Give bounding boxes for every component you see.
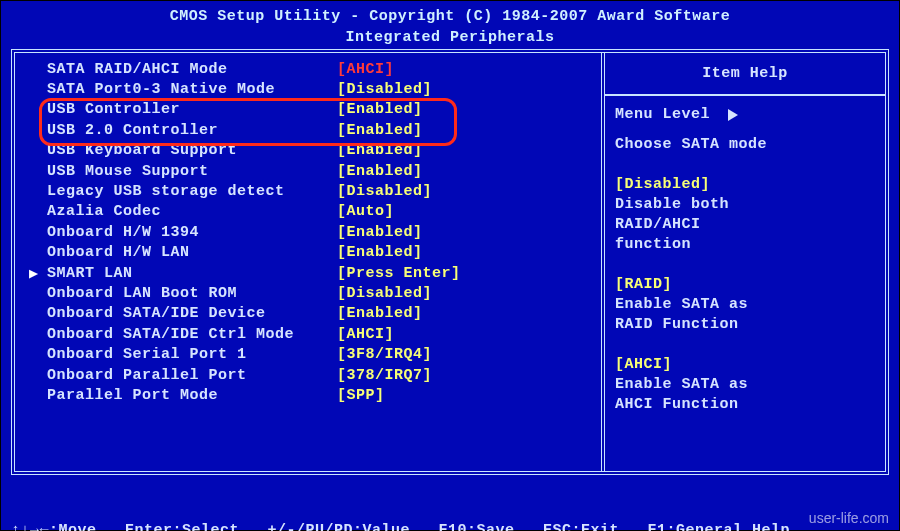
setting-value[interactable]: [AHCI] [337,326,394,343]
setting-value-text: Press Enter [347,265,452,282]
bracket-open: [ [337,122,347,139]
setting-value[interactable]: [Enabled] [337,122,423,139]
setting-row[interactable]: Legacy USB storage detect[Disabled] [29,181,601,201]
setting-label: Onboard LAN Boot ROM [47,285,337,302]
setting-row[interactable]: Onboard SATA/IDE Ctrl Mode[AHCI] [29,324,601,344]
bios-screen: CMOS Setup Utility - Copyright (C) 1984-… [0,0,900,531]
setting-value-text: AHCI [347,61,385,78]
submenu-arrow-icon [29,346,47,363]
setting-label: Onboard SATA/IDE Device [47,305,337,322]
bracket-close: ] [413,142,423,159]
submenu-arrow-icon [29,387,47,404]
setting-value[interactable]: [SPP] [337,387,385,404]
setting-row[interactable]: Parallel Port Mode[SPP] [29,385,601,405]
submenu-arrow-icon [29,244,47,261]
setting-row[interactable]: Azalia Codec[Auto] [29,202,601,222]
setting-value-text: Disabled [347,183,423,200]
setting-value[interactable]: [Disabled] [337,81,432,98]
triangle-right-icon [728,109,738,121]
main-box: SATA RAID/AHCI Mode[AHCI] SATA Port0-3 N… [11,49,889,475]
bracket-close: ] [413,122,423,139]
bracket-open: [ [337,305,347,322]
setting-row[interactable]: SATA RAID/AHCI Mode[AHCI] [29,59,601,79]
submenu-arrow-icon [29,203,47,220]
bracket-open: [ [337,163,347,180]
setting-row[interactable]: Onboard Serial Port 1[3F8/IRQ4] [29,344,601,364]
setting-value[interactable]: [Disabled] [337,285,432,302]
setting-value[interactable]: [Press Enter] [337,265,461,282]
setting-row[interactable]: USB 2.0 Controller[Enabled] [29,120,601,140]
submenu-arrow-icon [29,122,47,139]
help-opt3-l2: AHCI Function [615,395,875,415]
bracket-close: ] [385,203,395,220]
help-choose: Choose SATA mode [615,135,875,155]
bracket-open: [ [337,61,347,78]
bracket-close: ] [451,265,461,282]
setting-row[interactable]: ▶SMART LAN[Press Enter] [29,263,601,283]
setting-row[interactable]: Onboard SATA/IDE Device[Enabled] [29,304,601,324]
setting-label: SATA RAID/AHCI Mode [47,61,337,78]
setting-value[interactable]: [AHCI] [337,61,394,78]
setting-value-text: Enabled [347,122,414,139]
setting-value[interactable]: [Enabled] [337,101,423,118]
header-line-2: Integrated Peripherals [11,28,889,47]
bracket-close: ] [423,183,433,200]
setting-label: USB Mouse Support [47,163,337,180]
bracket-close: ] [413,224,423,241]
setting-value[interactable]: [378/IRQ7] [337,367,432,384]
bracket-close: ] [423,346,433,363]
bracket-open: [ [337,203,347,220]
bracket-open: [ [337,142,347,159]
submenu-arrow-icon: ▶ [29,264,47,283]
bracket-close: ] [413,163,423,180]
setting-value-text: Enabled [347,163,414,180]
submenu-arrow-icon [29,326,47,343]
setting-row[interactable]: Onboard H/W LAN[Enabled] [29,243,601,263]
submenu-arrow-icon [29,61,47,78]
submenu-arrow-icon [29,305,47,322]
setting-value[interactable]: [Enabled] [337,224,423,241]
setting-value-text: 378/IRQ7 [347,367,423,384]
setting-value[interactable]: [3F8/IRQ4] [337,346,432,363]
help-title: Item Help [615,59,875,90]
setting-row[interactable]: Onboard Parallel Port[378/IRQ7] [29,365,601,385]
bracket-open: [ [337,224,347,241]
bracket-open: [ [337,326,347,343]
bracket-open: [ [337,265,347,282]
setting-label: SATA Port0-3 Native Mode [47,81,337,98]
setting-value-text: Enabled [347,244,414,261]
settings-panel: SATA RAID/AHCI Mode[AHCI] SATA Port0-3 N… [15,53,605,471]
setting-label: Onboard Serial Port 1 [47,346,337,363]
setting-value[interactable]: [Disabled] [337,183,432,200]
setting-row[interactable]: Onboard LAN Boot ROM[Disabled] [29,283,601,303]
watermark: user-life.com [809,510,889,526]
setting-row[interactable]: USB Controller[Enabled] [29,100,601,120]
setting-row[interactable]: SATA Port0-3 Native Mode[Disabled] [29,79,601,99]
setting-label: Onboard H/W LAN [47,244,337,261]
help-opt1-head: [Disabled] [615,175,875,195]
setting-label: Azalia Codec [47,203,337,220]
setting-value[interactable]: [Enabled] [337,305,423,322]
setting-value-text: Enabled [347,305,414,322]
setting-row[interactable]: USB Keyboard Support[Enabled] [29,141,601,161]
bracket-close: ] [385,61,395,78]
setting-value-text: Enabled [347,101,414,118]
bracket-close: ] [413,101,423,118]
help-body: Choose SATA mode [Disabled] Disable both… [615,135,875,415]
help-opt3-head: [AHCI] [615,355,875,375]
setting-value[interactable]: [Auto] [337,203,394,220]
setting-value[interactable]: [Enabled] [337,142,423,159]
setting-row[interactable]: Onboard H/W 1394[Enabled] [29,222,601,242]
bracket-close: ] [413,244,423,261]
header-line-1: CMOS Setup Utility - Copyright (C) 1984-… [11,7,889,26]
setting-value[interactable]: [Enabled] [337,244,423,261]
setting-row[interactable]: USB Mouse Support[Enabled] [29,161,601,181]
submenu-arrow-icon [29,81,47,98]
submenu-arrow-icon [29,183,47,200]
setting-value[interactable]: [Enabled] [337,163,423,180]
bracket-close: ] [423,285,433,302]
help-opt2-l2: RAID Function [615,315,875,335]
setting-label: Onboard Parallel Port [47,367,337,384]
submenu-arrow-icon [29,142,47,159]
help-opt2-l1: Enable SATA as [615,295,875,315]
